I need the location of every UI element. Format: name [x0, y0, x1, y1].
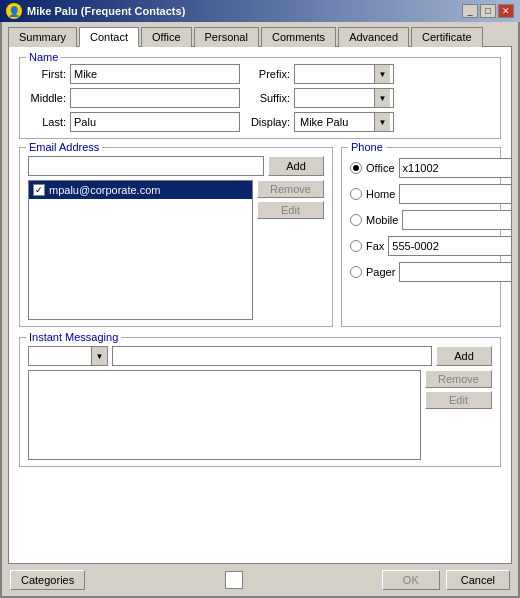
tab-bar: Summary Contact Office Personal Comments…: [2, 22, 518, 46]
name-section-legend: Name: [26, 51, 61, 63]
email-add-button[interactable]: Add: [268, 156, 324, 176]
phone-row-fax: Fax: [350, 236, 492, 256]
tab-summary[interactable]: Summary: [8, 27, 77, 47]
im-protocol-arrow-icon[interactable]: ▼: [91, 347, 107, 365]
name-last-row: Last: Display: Mike Palu ▼: [28, 112, 492, 132]
phone-row-office: Office: [350, 158, 492, 178]
tab-office[interactable]: Office: [141, 27, 192, 47]
close-button[interactable]: ✕: [498, 4, 514, 18]
maximize-button[interactable]: □: [480, 4, 496, 18]
phone-legend: Phone: [348, 141, 386, 153]
phone-radio-pager[interactable]: [350, 266, 362, 278]
im-list-area: Remove Edit: [28, 370, 492, 460]
app-icon: 👤: [6, 3, 22, 19]
middle-label: Middle:: [28, 92, 66, 104]
im-remove-button[interactable]: Remove: [425, 370, 492, 388]
phone-label-pager: Pager: [366, 266, 395, 278]
display-value: Mike Palu: [298, 116, 374, 128]
ok-button[interactable]: OK: [382, 570, 440, 590]
bottom-checkbox[interactable]: [225, 571, 243, 589]
prefix-combo[interactable]: ▼: [294, 64, 394, 84]
email-list-item[interactable]: ✓ mpalu@corporate.com: [29, 181, 252, 199]
phone-input-office[interactable]: [399, 158, 512, 178]
phone-input-home[interactable]: [399, 184, 512, 204]
suffix-combo[interactable]: ▼: [294, 88, 394, 108]
email-section: Email Address Add ✓ mpalu@corporate.com …: [19, 147, 333, 327]
email-remove-button[interactable]: Remove: [257, 180, 324, 198]
name-middle-row: Middle: Suffix: ▼: [28, 88, 492, 108]
im-actions: Remove Edit: [425, 370, 492, 460]
first-input[interactable]: [70, 64, 240, 84]
phone-label-home: Home: [366, 188, 395, 200]
cancel-button[interactable]: Cancel: [446, 570, 510, 590]
first-label: First:: [28, 68, 66, 80]
last-input[interactable]: [70, 112, 240, 132]
last-label: Last:: [28, 116, 66, 128]
email-actions: Remove Edit: [257, 180, 324, 320]
tab-contact[interactable]: Contact: [79, 27, 139, 47]
middle-area: Email Address Add ✓ mpalu@corporate.com …: [19, 147, 501, 327]
im-text-input[interactable]: [112, 346, 432, 366]
suffix-label: Suffix:: [250, 92, 290, 104]
name-section: Name First: Prefix: ▼ Middle: Suffi: [19, 57, 501, 139]
im-input-row: ▼ Add: [28, 346, 492, 366]
tab-personal[interactable]: Personal: [194, 27, 259, 47]
title-bar-controls: _ □ ✕: [462, 4, 514, 18]
email-checkbox[interactable]: ✓: [33, 184, 45, 196]
middle-input[interactable]: [70, 88, 240, 108]
email-edit-button[interactable]: Edit: [257, 201, 324, 219]
name-first-row: First: Prefix: ▼: [28, 64, 492, 84]
display-label: Display:: [250, 116, 290, 128]
im-section: Instant Messaging ▼ Add Remove Edit: [19, 337, 501, 467]
phone-input-fax[interactable]: [388, 236, 512, 256]
display-combo[interactable]: Mike Palu ▼: [294, 112, 394, 132]
phone-radio-fax[interactable]: [350, 240, 362, 252]
phone-label-mobile: Mobile: [366, 214, 398, 226]
phone-row-mobile: Mobile: [350, 210, 492, 230]
phone-section: Phone Office Home: [341, 147, 501, 327]
email-list: ✓ mpalu@corporate.com: [28, 180, 253, 320]
email-input[interactable]: [28, 156, 264, 176]
minimize-button[interactable]: _: [462, 4, 478, 18]
tab-advanced[interactable]: Advanced: [338, 27, 409, 47]
im-protocol-combo[interactable]: ▼: [28, 346, 108, 366]
phone-row-home: Home: [350, 184, 492, 204]
im-edit-button[interactable]: Edit: [425, 391, 492, 409]
email-address: mpalu@corporate.com: [49, 184, 160, 196]
main-window: Summary Contact Office Personal Comments…: [0, 22, 520, 598]
im-legend: Instant Messaging: [26, 331, 121, 343]
im-add-button[interactable]: Add: [436, 346, 492, 366]
im-list: [28, 370, 421, 460]
tab-content: Name First: Prefix: ▼ Middle: Suffi: [8, 46, 512, 564]
display-arrow-icon[interactable]: ▼: [374, 113, 390, 131]
categories-button[interactable]: Categories: [10, 570, 85, 590]
tab-certificate[interactable]: Certificate: [411, 27, 483, 47]
email-list-area: ✓ mpalu@corporate.com Remove Edit: [28, 180, 324, 320]
phone-radio-home[interactable]: [350, 188, 362, 200]
window-title: Mike Palu (Frequent Contacts): [27, 5, 185, 17]
bottom-bar: Categories OK Cancel: [2, 564, 518, 596]
suffix-arrow-icon[interactable]: ▼: [374, 89, 390, 107]
email-input-row: Add: [28, 156, 324, 176]
phone-label-fax: Fax: [366, 240, 384, 252]
prefix-label: Prefix:: [250, 68, 290, 80]
phone-label-office: Office: [366, 162, 395, 174]
phone-radio-mobile[interactable]: [350, 214, 362, 226]
prefix-arrow-icon[interactable]: ▼: [374, 65, 390, 83]
title-bar: 👤 Mike Palu (Frequent Contacts) _ □ ✕: [0, 0, 520, 22]
phone-input-mobile[interactable]: [402, 210, 512, 230]
tab-comments[interactable]: Comments: [261, 27, 336, 47]
phone-row-pager: Pager: [350, 262, 492, 282]
phone-input-pager[interactable]: [399, 262, 512, 282]
phone-radio-office[interactable]: [350, 162, 362, 174]
email-legend: Email Address: [26, 141, 102, 153]
